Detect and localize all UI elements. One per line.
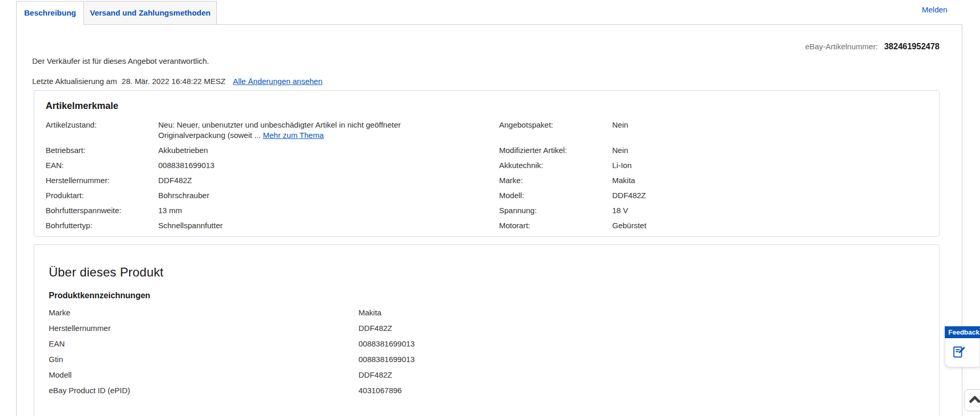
spec-value: Li-Ion — [612, 160, 928, 171]
spec-label: Bohrfuttertyp: — [46, 220, 158, 231]
melden-link[interactable]: Melden — [922, 5, 947, 14]
view-all-changes-link[interactable]: Alle Änderungen ansehen — [233, 77, 323, 86]
tab-beschreibung[interactable]: Beschreibung — [16, 1, 84, 25]
item-number-value: 382461952478 — [884, 42, 940, 51]
seller-responsibility-note: Der Verkäufer ist für dieses Angebot ver… — [32, 57, 209, 65]
spec-label: Herstellernummer: — [46, 175, 158, 186]
product-identifiers-heading: Produktkennzeichnungen — [49, 291, 924, 300]
spec-label: EAN: — [46, 160, 158, 171]
spec-value: 18 V — [612, 205, 928, 216]
last-update-datetime: 28. Mär. 2022 16:48:22 MESZ — [122, 77, 226, 86]
chevron-up-icon — [969, 395, 980, 406]
spec-value: DDF482Z — [612, 190, 928, 201]
spec-value: DDF482Z — [158, 175, 499, 186]
about-product-title: Über dieses Produkt — [49, 265, 924, 280]
spec-label: Modell: — [499, 190, 612, 201]
feedback-edit-button[interactable] — [945, 338, 980, 367]
item-specifics-box: Artikelmerkmale Artikelzustand: Neu: Neu… — [34, 90, 940, 237]
mehr-zum-thema-link[interactable]: Mehr zum Thema — [263, 131, 324, 140]
tab-versand-und-zahlungsmethoden[interactable]: Versand und Zahlungsmethoden — [84, 1, 217, 24]
product-label: Gtin — [49, 354, 358, 365]
spec-value: Schnellspannfutter — [158, 220, 499, 231]
spec-value: Nein — [612, 120, 928, 130]
item-specifics-grid: Artikelzustand: Neu: Neuer, unbenutzter … — [46, 120, 928, 231]
note-pencil-icon — [952, 345, 966, 360]
product-label: Herstellernummer — [49, 323, 358, 334]
item-specifics-title: Artikelmerkmale — [46, 101, 928, 112]
scroll-to-top-button[interactable] — [964, 389, 980, 411]
product-value: Makita — [358, 308, 924, 318]
product-label: EAN — [49, 339, 358, 349]
spec-label: Akkutechnik: — [499, 160, 612, 171]
content-panel: eBay-Artikelnummer: 382461952478 Der Ver… — [16, 24, 962, 416]
spec-label: Bohrfutterspannweite: — [46, 205, 158, 216]
spec-value-condition: Neu: Neuer, unbenutzter und unbeschädigt… — [158, 120, 464, 141]
spec-label: Angebotspaket: — [499, 120, 612, 130]
spec-value: Bohrschrauber — [158, 190, 499, 201]
product-identifiers-grid: Marke Makita Herstellernummer DDF482Z EA… — [49, 308, 924, 396]
spec-label: Motorart: — [499, 220, 612, 231]
spec-label: Modifizierter Artikel: — [499, 145, 612, 156]
product-value: 0088381699013 — [358, 354, 924, 365]
spec-label: Artikelzustand: — [46, 120, 158, 130]
spec-value: Makita — [612, 175, 928, 186]
spec-value: Nein — [612, 145, 928, 156]
last-update-line: Letzte Aktualisierung am 28. Mär. 2022 1… — [32, 77, 323, 86]
product-value: DDF482Z — [358, 370, 924, 380]
item-number-label: eBay-Artikelnummer: — [805, 42, 878, 51]
spec-label: Spannung: — [499, 205, 612, 216]
spec-value: Gebürstet — [612, 220, 928, 231]
spec-label: Betriebsart: — [46, 145, 158, 156]
product-value: 4031067896 — [358, 385, 924, 396]
product-label: Marke — [49, 308, 358, 318]
product-label: eBay Product ID (ePID) — [49, 385, 358, 396]
product-label: Modell — [49, 370, 358, 380]
product-value: 0088381699013 — [358, 339, 924, 349]
spec-label: Produktart: — [46, 190, 158, 201]
item-number: eBay-Artikelnummer: 382461952478 — [805, 42, 940, 51]
product-value: DDF482Z — [358, 323, 924, 334]
about-product-box: Über dieses Produkt Produktkennzeichnung… — [34, 244, 940, 416]
spec-value: 13 mm — [158, 205, 499, 216]
spec-label: Marke: — [499, 175, 612, 186]
spec-value: 0088381699013 — [158, 160, 499, 171]
last-update-text: Letzte Aktualisierung am — [32, 77, 117, 86]
feedback-badge[interactable]: Feedback — [945, 326, 980, 338]
spec-value: Akkubetrieben — [158, 145, 499, 156]
